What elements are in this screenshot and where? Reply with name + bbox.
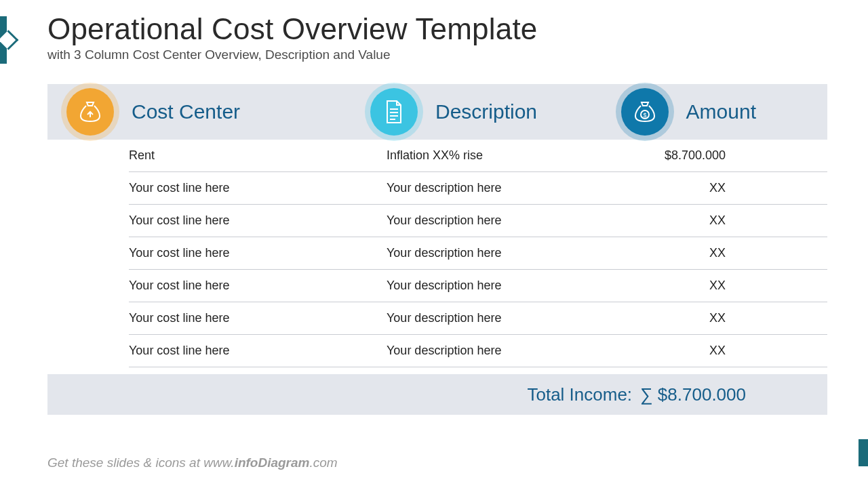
slide-accent-bottom-right: [859, 439, 868, 466]
footer-text-post: .com: [309, 455, 337, 470]
cell-description: Your description here: [387, 344, 637, 358]
cell-description: Your description here: [387, 246, 637, 260]
total-row: Total Income: ∑ $8.700.000: [47, 374, 827, 415]
total-value: ∑ $8.700.000: [640, 384, 746, 405]
table-header-row: Cost Center Descriptio: [47, 84, 827, 140]
column-header-cost-center: Cost Center: [132, 100, 240, 123]
table-row: Your cost line hereYour description here…: [129, 270, 827, 302]
svg-text:$: $: [643, 112, 646, 119]
footer-attribution: Get these slides & icons at www.infoDiag…: [47, 455, 338, 470]
column-header-amount: Amount: [686, 100, 756, 123]
slide-subtitle: with 3 Column Cost Center Overview, Desc…: [47, 47, 827, 62]
slide-accent-left: [0, 16, 7, 64]
cell-amount: XX: [637, 214, 827, 228]
cell-cost-center: Your cost line here: [129, 344, 387, 358]
cell-cost-center: Your cost line here: [129, 279, 387, 293]
cell-amount: XX: [637, 311, 827, 325]
cell-amount: XX: [637, 246, 827, 260]
cell-description: Inflation XX% rise: [387, 148, 637, 163]
cell-amount: XX: [637, 279, 827, 293]
cell-amount: XX: [637, 344, 827, 358]
table-row: Your cost line hereYour description here…: [129, 302, 827, 335]
cell-cost-center: Your cost line here: [129, 311, 387, 325]
table-row: RentInflation XX% rise$8.700.000: [129, 140, 827, 172]
cell-description: Your description here: [387, 279, 637, 293]
cost-table: Cost Center Descriptio: [47, 84, 827, 415]
slide-content: Operational Cost Overview Template with …: [0, 0, 868, 415]
cell-cost-center: Your cost line here: [129, 246, 387, 260]
table-row: Your cost line hereYour description here…: [129, 172, 827, 205]
column-header-description: Description: [435, 100, 537, 123]
footer-text-pre: Get these slides & icons at www.: [47, 455, 235, 470]
table-body: RentInflation XX% rise$8.700.000Your cos…: [47, 140, 827, 367]
total-label: Total Income:: [527, 384, 632, 405]
cell-description: Your description here: [387, 181, 637, 195]
cell-cost-center: Rent: [129, 148, 387, 163]
cell-amount: $8.700.000: [637, 148, 827, 163]
money-bag-dollar-icon: $: [616, 83, 674, 141]
money-bag-up-icon: [61, 83, 119, 141]
cell-description: Your description here: [387, 214, 637, 228]
table-row: Your cost line hereYour description here…: [129, 205, 827, 237]
footer-text-bold: infoDiagram: [235, 455, 310, 470]
table-row: Your cost line hereYour description here…: [129, 335, 827, 367]
cell-cost-center: Your cost line here: [129, 214, 387, 228]
cell-amount: XX: [637, 181, 827, 195]
slide-title: Operational Cost Overview Template: [47, 12, 827, 46]
table-row: Your cost line hereYour description here…: [129, 237, 827, 270]
document-icon: [365, 83, 423, 141]
cell-cost-center: Your cost line here: [129, 181, 387, 195]
cell-description: Your description here: [387, 311, 637, 325]
